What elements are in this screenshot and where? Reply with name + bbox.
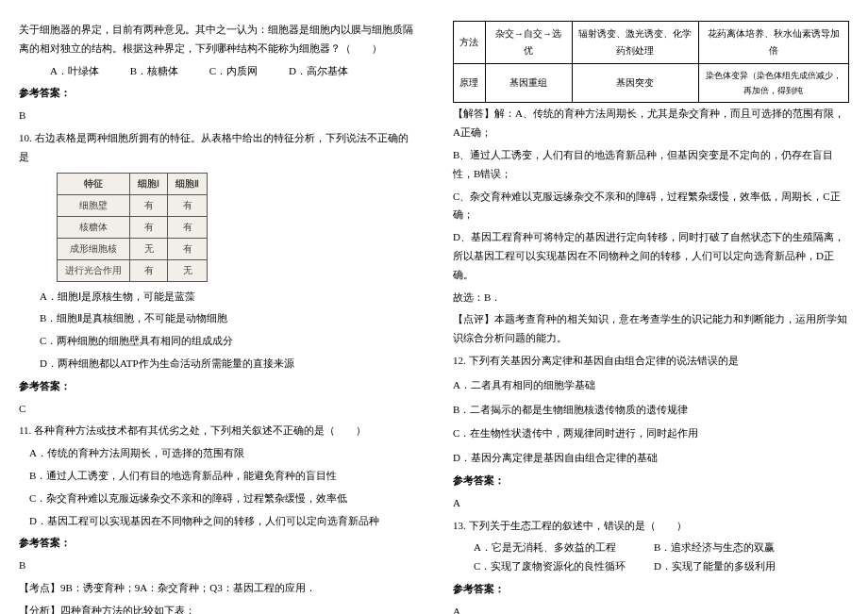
q13-stem: 13. 下列关于生态工程的叙述中，错误的是（ ） xyxy=(453,517,849,536)
tbl1-r3c1: 无 xyxy=(130,238,168,259)
tbl1-r1c0: 细胞壁 xyxy=(58,194,130,216)
tbl3-r2c1: 基因重组 xyxy=(485,64,572,103)
answer-a: A xyxy=(453,494,849,513)
opt-b: B．核糖体 xyxy=(130,62,178,81)
jieda-select: 故选：B． xyxy=(453,289,849,307)
q11-opt-a: A．传统的育种方法周期长，可选择的范围有限 xyxy=(19,444,415,463)
opt-d: D．高尔基体 xyxy=(289,62,348,81)
q-organelle-options: A．叶绿体 B．核糖体 C．内质网 D．高尔基体 xyxy=(50,62,415,81)
tbl3-r2c0: 原理 xyxy=(454,64,486,103)
tbl1-r4c0: 进行光合作用 xyxy=(58,259,130,281)
q13-opt-c: C．实现了废物资源化的良性循环 xyxy=(474,557,654,576)
q13-opt-d: D．实现了能量的多级利用 xyxy=(654,557,834,576)
tbl1-r2c0: 核糖体 xyxy=(58,216,130,238)
tbl1-r4c2: 无 xyxy=(168,259,208,281)
tbl1-r1c1: 有 xyxy=(130,194,168,216)
tbl1-r3c2: 有 xyxy=(168,238,208,259)
tbl3-r1c1: 杂交→自交→选优 xyxy=(485,22,572,64)
answer-label-5: 参考答案： xyxy=(453,580,849,599)
q10-opt-a: A．细胞Ⅰ是原核生物，可能是蓝藻 xyxy=(19,288,415,307)
opt-a: A．叶绿体 xyxy=(50,62,99,81)
answer-b: B xyxy=(19,107,415,125)
fenxi: 【分析】四种育种方法的比较如下表： xyxy=(19,602,415,614)
q12-opt-b: B．二者揭示的都是生物细胞核遗传物质的遗传规律 xyxy=(453,401,849,420)
q13-opt-a: A．它是无消耗、多效益的工程 xyxy=(474,539,654,557)
dianping: 【点评】本题考查育种的相关知识，意在考查学生的识记能力和判断能力，运用所学知识综… xyxy=(453,310,849,348)
kaodian: 【考点】9B：诱变育种；9A：杂交育种；Q3：基因工程的应用． xyxy=(19,579,415,598)
q12-opt-d: D．基因分离定律是基因自由组合定律的基础 xyxy=(453,449,849,468)
jieda-d: D、基因工程育种可将特定的基因进行定向转移，同时打破了自然状态下的生殖隔离，所以… xyxy=(453,228,849,284)
q12-opt-c: C．在生物性状遗传中，两规律同时进行，同时起作用 xyxy=(453,424,849,443)
q10-opt-d: D．两种细胞都以ATP作为生命活动所需能量的直接来源 xyxy=(19,355,415,373)
tbl1-r4c1: 有 xyxy=(130,259,168,281)
q11-stem: 11. 各种育种方法或技术都有其优劣之处，下列相关叙述不正确的是（ ） xyxy=(19,422,415,440)
q11-opt-c: C．杂交育种难以克服远缘杂交不亲和的障碍，过程繁杂缓慢，效率低 xyxy=(19,490,415,508)
q10-opt-b: B．细胞Ⅱ是真核细胞，不可能是动物细胞 xyxy=(19,309,415,328)
q-organelle-stem: 关于细胞器的界定，目前有两种意见。其中之一认为：细胞器是细胞内以膜与细胞质隔离的… xyxy=(19,21,415,58)
answer-label-4: 参考答案： xyxy=(453,472,849,490)
q10-opt-c: C．两种细胞的细胞壁具有相同的组成成分 xyxy=(19,332,415,351)
q11-opt-d: D．基因工程可以实现基因在不同物种之间的转移，人们可以定向选育新品种 xyxy=(19,512,415,531)
tbl1-r2c1: 有 xyxy=(130,216,168,238)
q12-opt-a: A．二者具有相同的细胞学基础 xyxy=(453,376,849,395)
answer-label: 参考答案： xyxy=(19,84,415,103)
jieda-c: C、杂交育种难以克服远缘杂交不亲和的障碍，过程繁杂缓慢，效率低，周期长，C正确； xyxy=(453,188,849,225)
tbl1-r1c2: 有 xyxy=(168,194,208,216)
q11-opt-b: B．通过人工诱变，人们有目的地选育新品种，能避免育种的盲目性 xyxy=(19,467,415,486)
tbl3-r2c2: 基因突变 xyxy=(572,64,698,103)
breeding-compare-table-body: 方法 杂交→自交→选优 辐射诱变、激光诱变、化学药剂处理 花药离体培养、秋水仙素… xyxy=(453,21,849,103)
q13-options: A．它是无消耗、多效益的工程 B．追求经济与生态的双赢 C．实现了废物资源化的良… xyxy=(474,539,849,576)
tbl1-r3c0: 成形细胞核 xyxy=(58,238,130,259)
tbl3-r1c2: 辐射诱变、激光诱变、化学药剂处理 xyxy=(572,22,698,64)
answer-label-3: 参考答案： xyxy=(19,534,415,553)
answer-c: C xyxy=(19,400,415,419)
tbl1-h2: 细胞Ⅱ xyxy=(168,173,208,194)
tbl1-h1: 细胞Ⅰ xyxy=(130,173,168,194)
tbl3-r2c3: 染色体变异（染色体组先成倍减少，再加倍，得到纯 xyxy=(698,64,848,103)
tbl3-r1c3: 花药离体培养、秋水仙素诱导加倍 xyxy=(698,22,848,64)
jieda-a: 【解答】解：A、传统的育种方法周期长，尤其是杂交育种，而且可选择的范围有限，A正… xyxy=(453,105,849,142)
tbl1-h0: 特征 xyxy=(58,173,130,194)
answer-a2: A xyxy=(453,603,849,614)
cell-feature-table: 特征 细胞Ⅰ 细胞Ⅱ 细胞壁 有 有 核糖体 有 有 成形细胞核 无 有 进行光… xyxy=(57,173,208,282)
q13-opt-b: B．追求经济与生态的双赢 xyxy=(654,539,834,557)
q12-stem: 12. 下列有关基因分离定律和基因自由组合定律的说法错误的是 xyxy=(453,352,849,371)
q10-stem: 10. 右边表格是两种细胞所拥有的特征。从表格中给出的特征分析，下列说法不正确的… xyxy=(19,129,415,167)
opt-c: C．内质网 xyxy=(209,62,258,81)
jieda-b: B、通过人工诱变，人们有目的地选育新品种，但基因突变是不定向的，仍存在盲目性，B… xyxy=(453,146,849,184)
answer-label-2: 参考答案： xyxy=(19,377,415,396)
answer-b2: B xyxy=(19,556,415,575)
tbl3-r1c0: 方法 xyxy=(454,22,486,64)
tbl1-r2c2: 有 xyxy=(168,216,208,238)
